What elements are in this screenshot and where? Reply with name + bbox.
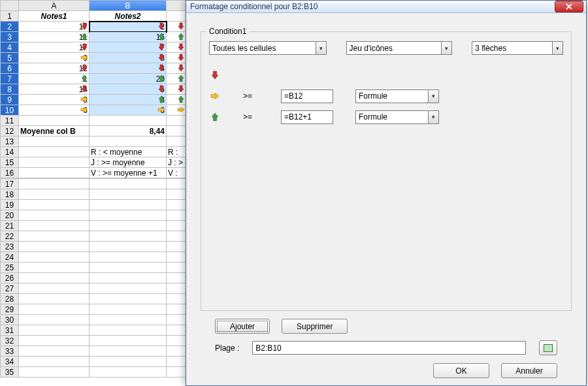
cell[interactable] [167, 53, 186, 63]
cell[interactable] [19, 179, 90, 189]
cell[interactable] [19, 367, 90, 378]
threshold-input-2[interactable] [281, 110, 333, 124]
threshold-type-2[interactable]: Formule [355, 110, 439, 124]
cell[interactable] [167, 231, 186, 242]
cell[interactable] [167, 336, 186, 346]
cell[interactable] [167, 116, 186, 126]
iconset-select[interactable]: 3 flèches [472, 41, 563, 55]
cell[interactable] [19, 283, 90, 294]
cell[interactable]: Notes2 [90, 11, 167, 22]
cell[interactable] [19, 252, 90, 263]
cell[interactable] [19, 231, 90, 242]
cell[interactable] [167, 11, 186, 22]
cell[interactable]: Moyenne col B [19, 126, 90, 137]
row-header[interactable]: 19 [1, 200, 19, 210]
cell[interactable] [167, 200, 186, 210]
row-header[interactable]: 12 [1, 126, 19, 137]
cell[interactable] [167, 95, 186, 105]
cell[interactable] [167, 22, 186, 32]
cell[interactable] [19, 336, 90, 346]
cell[interactable] [90, 357, 167, 367]
row-header[interactable]: 1 [1, 11, 19, 22]
chevron-down-icon[interactable] [428, 90, 438, 103]
cell[interactable] [167, 263, 186, 273]
cell[interactable] [19, 200, 90, 210]
chevron-down-icon[interactable] [552, 42, 563, 54]
cell[interactable] [167, 242, 186, 252]
cell[interactable] [19, 189, 90, 200]
threshold-input-1[interactable] [281, 89, 333, 103]
cell[interactable] [167, 304, 186, 315]
dialog-titlebar[interactable]: Formatage conditionnel pour B2:B10 [186, 1, 586, 13]
cell[interactable] [167, 137, 186, 147]
cell[interactable] [19, 168, 90, 178]
cell[interactable]: J : >= moyenne [90, 157, 167, 168]
row-header[interactable]: 20 [1, 210, 19, 221]
cell[interactable] [90, 221, 167, 231]
cell[interactable]: 1 [19, 74, 90, 84]
cell[interactable] [19, 137, 90, 147]
cell[interactable] [90, 367, 167, 378]
row-header[interactable]: 22 [1, 231, 19, 242]
cell[interactable] [90, 200, 167, 210]
cell[interactable]: 15 [90, 32, 167, 42]
scope-select[interactable]: Toutes les cellules [209, 41, 327, 55]
cell[interactable]: J : > [167, 157, 186, 168]
cell[interactable] [167, 74, 186, 84]
cell[interactable] [167, 273, 186, 283]
cell[interactable] [19, 315, 90, 325]
cancel-button[interactable]: Annuler [501, 363, 557, 378]
add-button[interactable]: Ajouter [215, 319, 270, 334]
ok-button[interactable]: OK [433, 363, 489, 378]
shrink-range-button[interactable] [539, 340, 557, 355]
cell[interactable] [19, 325, 90, 336]
cell[interactable] [167, 63, 186, 74]
cell[interactable] [167, 315, 186, 325]
cell[interactable] [90, 179, 167, 189]
cell[interactable]: 11 [19, 32, 90, 42]
cell[interactable] [90, 263, 167, 273]
cell[interactable] [167, 210, 186, 221]
cell[interactable] [167, 221, 186, 231]
row-header[interactable]: 5 [1, 53, 19, 63]
row-header[interactable]: 8 [1, 84, 19, 95]
cell[interactable] [167, 252, 186, 263]
cell[interactable]: 6 [90, 84, 167, 95]
cell[interactable]: V : [167, 168, 186, 178]
cell[interactable]: 6 [90, 105, 167, 116]
col-header-A[interactable]: A [19, 1, 90, 11]
cell[interactable] [90, 336, 167, 346]
cell[interactable] [167, 346, 186, 357]
cell[interactable] [19, 273, 90, 283]
threshold-type-1[interactable]: Formule [355, 89, 439, 103]
cell[interactable]: 6 [19, 105, 90, 116]
row-header[interactable]: 31 [1, 325, 19, 336]
cell[interactable] [167, 283, 186, 294]
row-header[interactable]: 6 [1, 63, 19, 74]
cell[interactable] [19, 263, 90, 273]
cell[interactable] [167, 294, 186, 304]
chevron-down-icon[interactable] [428, 111, 438, 123]
delete-button[interactable]: Supprimer [282, 319, 348, 334]
row-header[interactable]: 26 [1, 273, 19, 283]
row-header[interactable]: 15 [1, 157, 19, 168]
cell[interactable] [90, 294, 167, 304]
row-header[interactable]: 10 [1, 105, 19, 116]
cell[interactable] [90, 137, 167, 147]
chevron-down-icon[interactable] [316, 42, 326, 54]
cell[interactable] [90, 315, 167, 325]
cell[interactable] [90, 116, 167, 126]
cell[interactable] [19, 116, 90, 126]
row-header[interactable]: 4 [1, 42, 19, 53]
cell[interactable]: 12 [19, 63, 90, 74]
row-header[interactable]: 30 [1, 315, 19, 325]
cell[interactable]: 14 [19, 84, 90, 95]
cell[interactable] [90, 304, 167, 315]
row-header[interactable]: 17 [1, 179, 19, 189]
row-header[interactable]: 24 [1, 252, 19, 263]
row-header[interactable]: 35 [1, 367, 19, 378]
cell[interactable] [19, 210, 90, 221]
row-header[interactable]: 33 [1, 346, 19, 357]
row-header[interactable]: 9 [1, 95, 19, 105]
cell[interactable] [19, 157, 90, 168]
